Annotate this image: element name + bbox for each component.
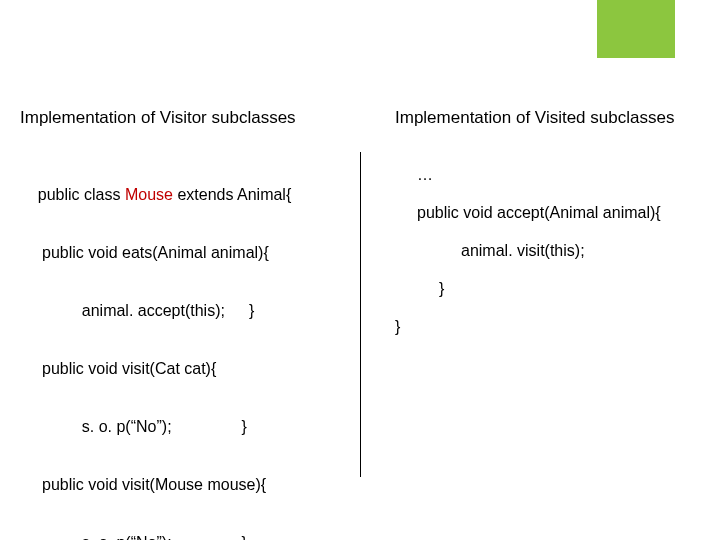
brace: }: [395, 279, 705, 299]
text: animal. accept(this);: [82, 302, 225, 319]
divider: [360, 152, 361, 477]
brace: }: [242, 417, 247, 437]
code-line: public void visit(Mouse mouse){: [20, 475, 350, 495]
brace: }: [249, 301, 254, 321]
heading-visited: Implementation of Visited subclasses: [395, 108, 674, 128]
class-name: Mouse: [125, 186, 173, 203]
visitor-code: public class Mouse extends Animal{ publi…: [20, 165, 350, 540]
text: extends Animal{: [173, 186, 291, 203]
text: public class: [38, 186, 125, 203]
code-line: s. o. p(“No”);}: [20, 397, 350, 457]
code-line: public void visit(Cat cat){: [20, 359, 350, 379]
code-line: animal. accept(this);}: [20, 281, 350, 341]
brace: }: [242, 533, 247, 540]
accent-box: [597, 0, 675, 58]
heading-visitor: Implementation of Visitor subclasses: [20, 108, 296, 128]
text: s. o. p(“No”);: [82, 534, 172, 540]
code-line: public void eats(Animal animal){: [20, 243, 350, 263]
code-line: animal. visit(this);: [395, 241, 705, 261]
brace: }: [395, 317, 705, 337]
ellipsis: …: [395, 165, 705, 185]
visited-code: … public void accept(Animal animal){ ani…: [395, 165, 705, 337]
code-line: public class Mouse extends Animal{: [20, 165, 350, 225]
code-line: s. o. p(“No”);}: [20, 513, 350, 540]
code-line: public void accept(Animal animal){: [395, 203, 705, 223]
text: s. o. p(“No”);: [82, 418, 172, 435]
